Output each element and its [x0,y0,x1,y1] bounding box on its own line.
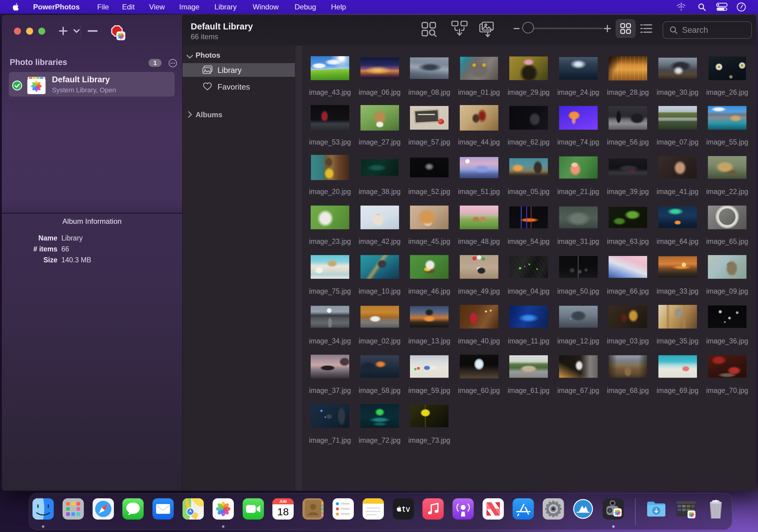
svg-text:18: 18 [277,506,289,517]
svg-text:JUN: JUN [279,500,287,504]
